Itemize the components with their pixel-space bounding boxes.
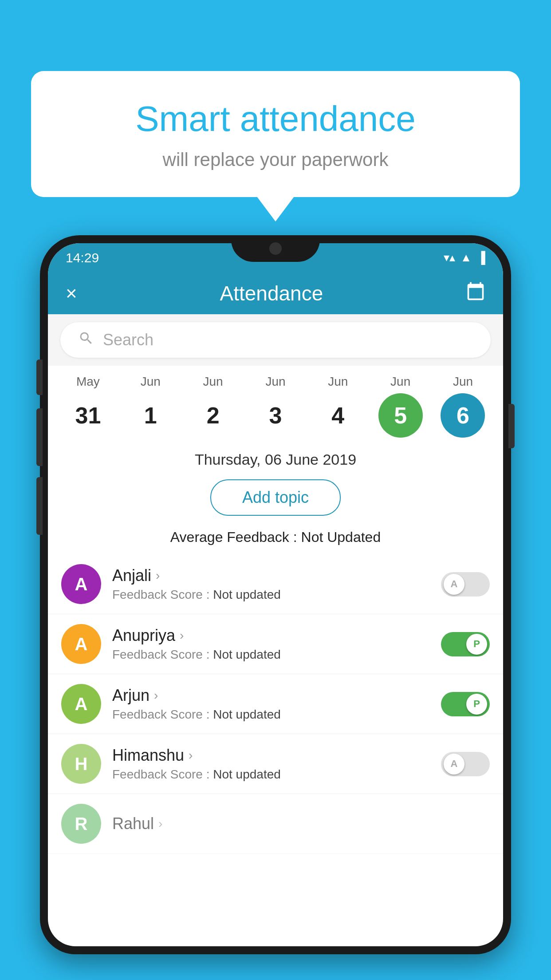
student-info: Anupriya › Feedback Score : Not updated [112, 626, 430, 662]
calendar-day-6[interactable]: Jun 6 [434, 375, 492, 438]
search-icon [78, 330, 94, 350]
toggle-absent[interactable]: A [441, 752, 490, 776]
day-number: 4 [316, 393, 360, 438]
calendar-day-1[interactable]: Jun 1 [122, 375, 179, 438]
attendance-toggle[interactable]: A [441, 572, 490, 597]
avatar: H [61, 744, 101, 784]
student-list: A Anjali › Feedback Score : Not updated … [48, 554, 503, 854]
toggle-present[interactable]: P [441, 632, 490, 656]
avg-feedback-label: Average Feedback : [170, 529, 297, 545]
avatar: R [61, 804, 101, 844]
toggle-knob: A [444, 574, 464, 595]
chevron-right-icon: › [154, 688, 158, 703]
phone-screen: 14:29 ▾▴ ▲ ▐ × Attendance [48, 243, 503, 946]
toggle-knob: P [466, 694, 487, 715]
month-label: Jun [390, 375, 410, 389]
power-button[interactable] [508, 404, 515, 448]
camera [269, 242, 282, 255]
add-topic-button[interactable]: Add topic [210, 479, 341, 516]
avatar: A [61, 624, 101, 664]
date-label: Thursday, 06 June 2019 [57, 451, 494, 468]
list-item[interactable]: A Anjali › Feedback Score : Not updated … [48, 554, 503, 614]
avg-feedback-value: Not Updated [301, 529, 381, 545]
date-info: Thursday, 06 June 2019 [48, 438, 503, 475]
status-time: 14:29 [66, 250, 99, 265]
attendance-toggle[interactable]: P [441, 632, 490, 656]
attendance-toggle[interactable]: P [441, 692, 490, 716]
volume-down-button[interactable] [36, 477, 43, 535]
phone-frame: 14:29 ▾▴ ▲ ▐ × Attendance [40, 235, 511, 954]
day-number: 31 [66, 393, 110, 438]
feedback-score: Feedback Score : Not updated [112, 588, 430, 602]
volume-silent-button[interactable] [36, 360, 43, 395]
feedback-score: Feedback Score : Not updated [112, 767, 430, 782]
student-name: Anjali › [112, 566, 430, 585]
avatar: A [61, 564, 101, 604]
calendar-months-row: May 31 Jun 1 Jun 2 Jun 3 Jun 4 [48, 366, 503, 438]
list-item[interactable]: H Himanshu › Feedback Score : Not update… [48, 734, 503, 794]
student-name: Himanshu › [112, 746, 430, 765]
chevron-right-icon: › [180, 628, 184, 643]
chevron-right-icon: › [156, 569, 160, 583]
phone-notch [231, 235, 320, 262]
student-name: Anupriya › [112, 626, 430, 645]
month-label: Jun [328, 375, 348, 389]
calendar-icon[interactable] [466, 281, 485, 305]
student-info: Rahul › [112, 814, 490, 833]
month-label: Jun [203, 375, 223, 389]
calendar-day-4[interactable]: Jun 4 [309, 375, 367, 438]
day-number: 1 [128, 393, 173, 438]
month-label: Jun [453, 375, 473, 389]
day-number: 3 [253, 393, 298, 438]
attendance-toggle[interactable]: A [441, 752, 490, 776]
speech-bubble: Smart attendance will replace your paper… [31, 71, 520, 197]
signal-icon: ▲ [460, 251, 472, 265]
student-name: Arjun › [112, 686, 430, 705]
search-container: Search [48, 314, 503, 366]
battery-icon: ▐ [477, 251, 485, 265]
wifi-icon: ▾▴ [444, 251, 455, 265]
chevron-right-icon: › [189, 748, 193, 763]
list-item[interactable]: A Anupriya › Feedback Score : Not update… [48, 614, 503, 674]
toggle-knob: A [444, 754, 464, 775]
app-toolbar: × Attendance [48, 272, 503, 314]
month-label: Jun [265, 375, 285, 389]
month-label: Jun [141, 375, 161, 389]
volume-up-button[interactable] [36, 408, 43, 466]
app-title: Attendance [220, 281, 323, 305]
search-input-label: Search [103, 331, 153, 349]
calendar-day-5[interactable]: Jun 5 [372, 375, 429, 438]
add-topic-container: Add topic [48, 475, 503, 525]
student-name: Rahul › [112, 814, 490, 833]
student-info: Arjun › Feedback Score : Not updated [112, 686, 430, 722]
calendar-day-0[interactable]: May 31 [59, 375, 117, 438]
avg-feedback: Average Feedback : Not Updated [48, 525, 503, 554]
toggle-knob: P [466, 634, 487, 655]
toggle-absent[interactable]: A [441, 572, 490, 597]
speech-bubble-container: Smart attendance will replace your paper… [31, 71, 520, 197]
feedback-score: Feedback Score : Not updated [112, 707, 430, 722]
calendar-day-2[interactable]: Jun 2 [184, 375, 242, 438]
student-info: Himanshu › Feedback Score : Not updated [112, 746, 430, 782]
chevron-right-icon: › [158, 817, 162, 831]
list-item[interactable]: A Arjun › Feedback Score : Not updated P [48, 674, 503, 734]
status-icons: ▾▴ ▲ ▐ [444, 251, 485, 265]
bubble-subtitle: will replace your paperwork [67, 149, 484, 170]
student-info: Anjali › Feedback Score : Not updated [112, 566, 430, 602]
search-bar[interactable]: Search [60, 322, 491, 358]
bubble-title: Smart attendance [67, 98, 484, 140]
toggle-present[interactable]: P [441, 692, 490, 716]
calendar-day-3[interactable]: Jun 3 [247, 375, 304, 438]
list-item[interactable]: R Rahul › [48, 794, 503, 854]
avatar: A [61, 684, 101, 724]
feedback-score: Feedback Score : Not updated [112, 648, 430, 662]
month-label: May [76, 375, 100, 389]
day-number-today: 5 [378, 393, 423, 438]
day-number-selected: 6 [441, 393, 485, 438]
day-number: 2 [191, 393, 235, 438]
close-button[interactable]: × [66, 282, 77, 304]
phone-container: 14:29 ▾▴ ▲ ▐ × Attendance [40, 235, 511, 980]
